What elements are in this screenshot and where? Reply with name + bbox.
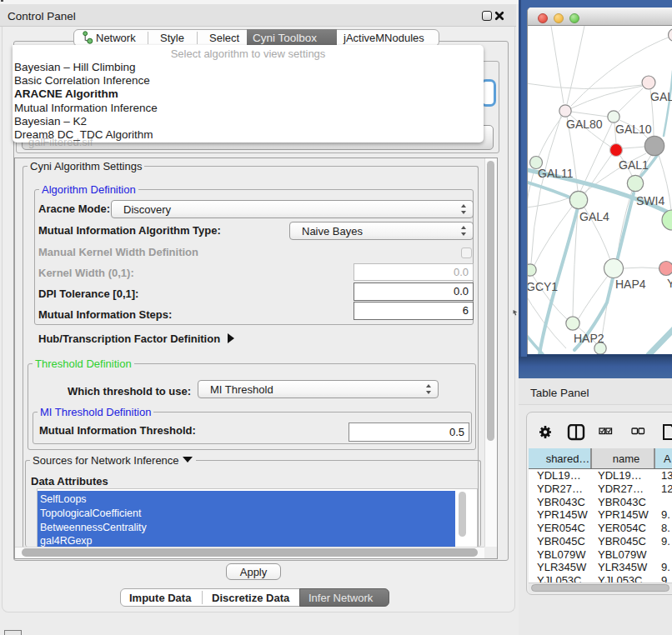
svg-text:GAL10: GAL10 bbox=[615, 122, 652, 136]
svg-text:HAP2: HAP2 bbox=[574, 332, 604, 345]
svg-text:GCY1: GCY1 bbox=[528, 280, 558, 293]
svg-text:GAL80: GAL80 bbox=[566, 118, 603, 131]
svg-text:GAL11: GAL11 bbox=[538, 167, 574, 180]
svg-text:GAL7: GAL7 bbox=[650, 90, 672, 103]
svg-text:SWI4: SWI4 bbox=[636, 194, 664, 208]
svg-text:Y: Y bbox=[667, 277, 672, 290]
svg-text:GAL4: GAL4 bbox=[579, 210, 609, 223]
svg-text:HAP4: HAP4 bbox=[615, 278, 646, 291]
svg-text:GAL1: GAL1 bbox=[619, 158, 649, 172]
